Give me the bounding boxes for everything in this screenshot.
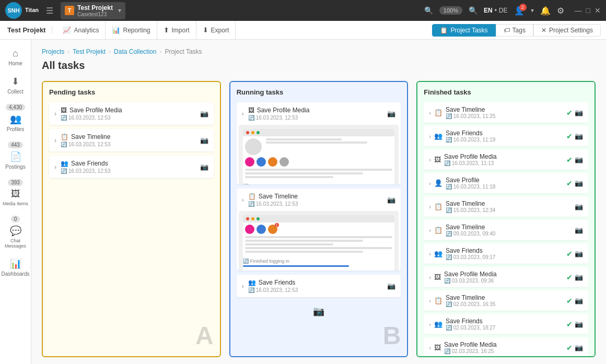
running-task-2-header[interactable]: › 📋 Save Timeline 🔄 16.03.2023, 12:53 [237, 189, 401, 211]
camera-icon[interactable]: 📷 [575, 320, 583, 328]
task-title-text: Save Profile Media [257, 107, 310, 114]
ft-content: Save Profile Media 🔄 16.03.2023, 11:13 [444, 153, 563, 166]
sidebar-item-collect[interactable]: ⬇ Collect [0, 72, 31, 99]
project-tab-dropdown-icon[interactable]: ▾ [118, 7, 121, 14]
task-type-icon: 🖼 [61, 107, 67, 114]
camera-icon[interactable]: 📷 [575, 250, 583, 257]
topbar-right: 🔍 100% 🔍 EN • DE 👤 2 ▾ 🔔 ⚙ — □ ✕ [424, 6, 601, 16]
finished-task-3[interactable]: › 🖼 Save Profile Media 🔄 16.03.2023, 11:… [424, 149, 588, 170]
finished-task-5[interactable]: › 📋 Save Timeline 🔄 15.03.2023, 12:34 📷 [424, 196, 588, 217]
bell-icon[interactable]: 🔔 [540, 6, 551, 16]
running-task-2[interactable]: › 📋 Save Timeline 🔄 16.03.2023, 12:53 [237, 189, 401, 271]
camera-icon[interactable]: 📷 [575, 203, 583, 210]
subbar-export[interactable]: ⬇ Export [196, 21, 236, 39]
user-dropdown-icon[interactable]: ▾ [531, 7, 534, 14]
topbar: SNH Titan ☰ T Test Projekt Casetest123 ▾… [0, 0, 606, 21]
breadcrumb-data-collection[interactable]: Data Collection [114, 48, 156, 55]
camera-icon[interactable]: 📷 [575, 156, 583, 163]
sidebar-item-profiles[interactable]: 4,430 👥 Profiles [0, 100, 31, 136]
maximize-button[interactable]: □ [586, 6, 590, 15]
task-title: 🖼 Save Profile Media [61, 107, 196, 114]
preview-status: 🔄 Finished logging in [243, 184, 395, 184]
ft-actions: ✔ 📷 [566, 109, 583, 117]
preview-browser: 🔄 Finished logging in [243, 129, 395, 184]
camera-action-icon[interactable]: 📷 [200, 163, 208, 171]
running-task-1-header[interactable]: › 🖼 Save Profile Media 🔄 16.03.2023, 12:… [237, 102, 401, 125]
ft-date: 🔄 03.03.2023, 09:17 [446, 254, 563, 260]
camera-icon[interactable]: 📷 [575, 273, 583, 281]
camera-icon[interactable]: 📷 [575, 344, 583, 351]
layout: ⌂ Home ⬇ Collect 4,430 👥 Profiles 443 📄 … [0, 40, 606, 364]
camera-icon[interactable]: 📷 [575, 297, 583, 304]
finished-task-4[interactable]: › 👤 Save Profile 🔄 16.03.2023, 11:18 ✔ 📷 [424, 173, 588, 193]
project-tab-subtitle: Casetest123 [77, 11, 113, 17]
task-type-icon: 👥 [61, 160, 68, 167]
task-date: 🔄 16.03.2023, 12:53 [248, 115, 383, 121]
camera-action-icon[interactable]: 📷 [387, 282, 395, 290]
refresh-icon: 🔄 [61, 142, 67, 147]
finished-task-1[interactable]: › 📋 Save Timeline 🔄 16.03.2023, 11:25 ✔ … [424, 102, 588, 123]
task-actions: 📷 [200, 136, 208, 144]
camera-action-icon[interactable]: 📷 [200, 110, 208, 118]
task-type-icon: 👥 [434, 250, 442, 257]
sidebar-item-postings[interactable]: 443 📄 Postings [0, 137, 31, 174]
sidebar-item-media[interactable]: 393 🖼 Media Items [0, 175, 31, 210]
breadcrumb-projects[interactable]: Projects [42, 48, 64, 55]
pending-task-1[interactable]: › 🖼 Save Profile Media 🔄 16.03.2023, 12:… [49, 102, 214, 125]
subbar-analytics[interactable]: 📈 Analytics [56, 21, 106, 39]
camera-icon[interactable]: 📷 [575, 226, 583, 234]
camera-icon[interactable]: 📷 [575, 179, 583, 187]
ft-title: Save Friends [446, 247, 563, 254]
expand-icon: › [429, 180, 431, 186]
ft-date: 🔄 16.03.2023, 11:18 [446, 184, 563, 190]
preview-dot-green [257, 131, 260, 134]
tags-label: Tags [512, 27, 526, 34]
tags-button[interactable]: 🏷 Tags [496, 24, 533, 37]
project-tasks-button[interactable]: 📋 Project Tasks [432, 24, 495, 37]
pending-task-2[interactable]: › 📋 Save Timeline 🔄 16.03.2023, 12:53 📷 [49, 129, 214, 151]
finished-task-7[interactable]: › 👥 Save Friends 🔄 03.03.2023, 09:17 ✔ 📷 [424, 243, 588, 264]
finished-task-8[interactable]: › 🖼 Save Profile Media 🔄 03.03.2023, 09:… [424, 267, 588, 287]
lang-en[interactable]: EN [484, 7, 493, 14]
subbar-import[interactable]: ⬆ Import [157, 21, 196, 39]
expand-icon: › [429, 227, 431, 233]
running-task-1[interactable]: › 🖼 Save Profile Media 🔄 16.03.2023, 12:… [237, 102, 401, 184]
sidebar-item-home[interactable]: ⌂ Home [0, 44, 31, 71]
user-icon-btn[interactable]: 👤 2 [514, 6, 525, 16]
task-type-icon: 📋 [434, 203, 442, 210]
sidebar-item-dashboards[interactable]: 📊 Dashboards [0, 254, 31, 281]
minimize-button[interactable]: — [575, 6, 582, 15]
finished-task-6[interactable]: › 📋 Save Timeline 🔄 09.03.2023, 09:40 📷 [424, 220, 588, 240]
search-right-icon[interactable]: 🔍 [469, 6, 477, 15]
finished-task-9[interactable]: › 📋 Save Timeline 🔄 02.03.2023, 16:35 ✔ … [424, 290, 588, 311]
hamburger-icon[interactable]: ☰ [44, 4, 55, 18]
search-left-icon[interactable]: 🔍 [424, 6, 433, 15]
finished-task-11[interactable]: › 🖼 Save Profile Media 🔄 02.03.2023, 16:… [424, 337, 588, 357]
avatar-1 [245, 225, 254, 234]
finished-task-10[interactable]: › 👥 Save Friends 🔄 02.03.2023, 18:27 ✔ 📷 [424, 314, 588, 334]
sidebar-item-chat[interactable]: 0 💬 Chat Messages [0, 212, 31, 253]
zoom-badge[interactable]: 100% [439, 6, 462, 15]
camera-icon[interactable]: 📷 [575, 109, 583, 116]
close-button[interactable]: ✕ [595, 6, 601, 15]
finished-task-2[interactable]: › 👥 Save Friends 🔄 16.03.2023, 11:19 ✔ 📷 [424, 126, 588, 146]
pending-task-3[interactable]: › 👥 Save Friends 🔄 16.03.2023, 12:53 📷 [49, 156, 214, 178]
camera-icon[interactable]: 📷 [575, 132, 583, 140]
camera-action-icon[interactable]: 📷 [387, 196, 395, 204]
refresh-icon: 🔄 [248, 201, 254, 207]
project-tab[interactable]: T Test Projekt Casetest123 ▾ [61, 2, 125, 19]
settings-icon[interactable]: ⚙ [557, 6, 564, 16]
subbar-reporting[interactable]: 📊 Reporting [106, 21, 157, 39]
export-icon: ⬇ [203, 26, 208, 34]
task-card-content: 📋 Save Timeline 🔄 16.03.2023, 12:53 [248, 193, 383, 207]
lang-de[interactable]: DE [499, 7, 508, 14]
camera-action-icon[interactable]: 📷 [200, 136, 208, 144]
running-task-3[interactable]: › 👥 Save Friends 🔄 16.03.2023, 12:53 📷 [237, 275, 401, 297]
running-camera-bottom[interactable]: 📷 [237, 306, 401, 317]
collect-icon: ⬇ [11, 76, 19, 87]
camera-action-icon[interactable]: 📷 [387, 110, 395, 118]
breadcrumb-sep1: › [67, 48, 69, 55]
project-settings-button[interactable]: ✕ Project Settings [533, 24, 601, 37]
chat-badge: 0 [11, 216, 20, 222]
breadcrumb-test-projekt[interactable]: Test Projekt [73, 48, 106, 55]
